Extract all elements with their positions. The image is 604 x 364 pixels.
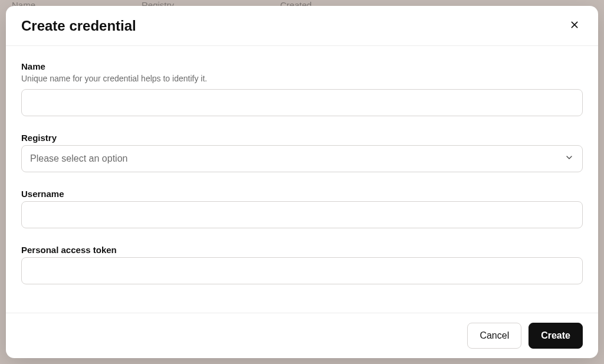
username-group: Username [21,189,583,228]
close-icon [570,20,579,31]
token-input[interactable] [21,257,583,284]
token-label: Personal access token [21,245,583,255]
registry-label: Registry [21,133,583,143]
modal-body: Name Unique name for your credential hel… [6,46,598,313]
token-group: Personal access token [21,245,583,284]
username-input[interactable] [21,201,583,228]
username-label: Username [21,189,583,199]
create-button[interactable]: Create [528,323,583,349]
modal-header: Create credential [6,6,598,46]
chevron-down-icon [564,153,574,165]
name-label: Name [21,61,583,71]
modal-footer: Cancel Create [6,313,598,358]
name-hint: Unique name for your credential helps to… [21,74,583,83]
close-button[interactable] [566,17,583,35]
cancel-button[interactable]: Cancel [467,323,521,349]
registry-placeholder: Please select an option [30,153,127,164]
registry-select[interactable]: Please select an option [21,145,583,172]
create-credential-modal: Create credential Name Unique name for y… [6,6,598,358]
name-input[interactable] [21,89,583,116]
registry-group: Registry Please select an option [21,133,583,172]
modal-title: Create credential [21,18,136,34]
name-group: Name Unique name for your credential hel… [21,61,583,116]
